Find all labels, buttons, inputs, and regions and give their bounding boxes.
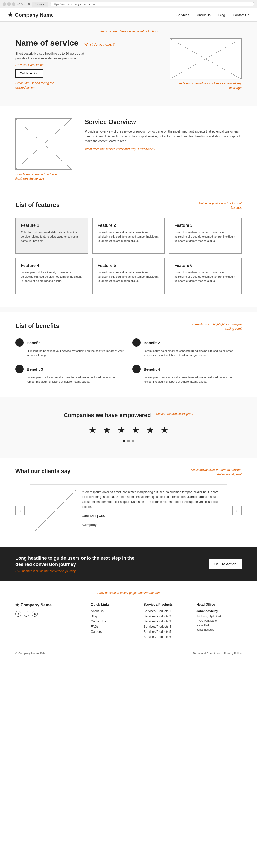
benefit-icon-1 (16, 338, 24, 347)
footer-company-name: Company Name (21, 603, 52, 607)
feature-card-6: Feature 6 Lorem ipsum dolor sit amet, co… (169, 258, 241, 294)
footer-star-icon: ★ (16, 602, 19, 607)
footer-service-4[interactable]: Services/Products 4 (144, 625, 171, 628)
browser-close[interactable] (3, 2, 6, 6)
benefit-item-3: Benefit 3 Lorem ipsum dolor sit amet, co… (16, 365, 125, 384)
privacy-link[interactable]: Privacy Policy (224, 652, 241, 655)
hero-what-label: What do you offer? (84, 42, 114, 46)
hero-left: Name of service What do you offer? Short… (16, 38, 159, 90)
back-btn[interactable]: ◁ (18, 2, 20, 6)
benefit-desc-2: Lorem ipsum dolor sit amet, consectetur … (132, 349, 241, 357)
companies-label: Service-related social proof (156, 412, 193, 416)
carousel-dot-3[interactable] (132, 440, 135, 442)
features-grid: Feature 1 This description should elabor… (16, 218, 241, 294)
benefit-desc-3: Lorem ipsum dolor sit amet, consectetur … (16, 375, 125, 384)
features-value-label: Value proposition in the form of feature… (190, 202, 241, 210)
hero-guide-label: Guide the user on taking the desired act… (16, 81, 62, 90)
carousel-dot-2[interactable] (127, 440, 130, 442)
footer-service-1[interactable]: Services/Products 1 (144, 610, 171, 613)
cta-banner-button[interactable]: Call To Action (209, 559, 241, 569)
nav-about[interactable]: About Us (197, 13, 210, 17)
footer-quicklink-1[interactable]: About Us (91, 610, 103, 613)
company-star-1: ★ (88, 425, 97, 436)
footer-quicklink-3[interactable]: Contact Us (91, 620, 106, 623)
nav-services[interactable]: Services (176, 13, 189, 17)
testimonials-header: What our clients say Additional/alternat… (16, 468, 241, 477)
hero-brand-label: Brand-centric visualisation of service-r… (170, 82, 241, 90)
footer-headoffice: Head Office Johannesburg 1st Floor, Hyde… (196, 602, 241, 640)
testimonial-carousel: ‹ "Lorem ipsum dolor sit amet, consectet… (16, 484, 241, 537)
overview-placeholder (16, 119, 72, 169)
cta-sublabel: CTA banner to guide the conversion journ… (16, 569, 144, 573)
home-btn[interactable]: ✕ (28, 2, 30, 6)
facebook-icon[interactable]: f (16, 611, 21, 617)
carousel-prev-button[interactable]: ‹ (16, 506, 25, 516)
feature-name-3: Feature 3 (174, 223, 236, 228)
forward-btn[interactable]: ▷ (21, 2, 23, 6)
hero-how-label: How you'll add value (16, 63, 159, 67)
nav-blog[interactable]: Blog (219, 13, 225, 17)
copyright: © Company Name 2024 (16, 652, 46, 655)
footer-quicklink-2[interactable]: Blog (91, 615, 97, 618)
feature-desc-3: Lorem ipsum dolor sit amet, consectetur … (174, 230, 236, 243)
company-star-6: ★ (160, 425, 169, 436)
reload-btn[interactable]: ↻ (24, 2, 27, 6)
testimonials-section: What our clients say Additional/alternat… (0, 458, 257, 547)
testimonial-image (35, 490, 76, 531)
testimonial-placeholder (35, 490, 76, 531)
footer-quicklink-4[interactable]: FAQs (91, 625, 98, 628)
hero-right: Brand-centric visualisation of service-r… (170, 38, 241, 90)
overview-inner: Brand-centric image that helps illustrat… (16, 118, 241, 181)
benefits-grid: Benefit 1 Highlight the benefit of your … (16, 338, 241, 384)
companies-stars: ★★★★★★ (16, 425, 241, 436)
instagram-icon[interactable]: ⊙ (24, 611, 29, 617)
companies-header: Companies we have empowered Service-rela… (16, 412, 241, 418)
feature-card-2: Feature 2 Lorem ipsum dolor sit amet, co… (92, 218, 165, 254)
browser-bar: ◁ ▷ ↻ ✕ Service https://www.companyservi… (0, 0, 257, 8)
cta-headline: Long headline to guide users onto the ne… (16, 555, 144, 568)
footer-bottom: © Company Name 2024 Terms and Conditions… (16, 648, 241, 655)
feature-desc-1: This description should elaborate on how… (21, 230, 83, 243)
footer-service-6[interactable]: Services/Products 6 (144, 635, 171, 639)
testimonial-quote: "Lorem ipsum dolor sit amet, consectetur… (83, 490, 222, 509)
benefit-header-4: Benefit 4 (132, 365, 241, 373)
footer-legal-links: Terms and Conditions Privacy Policy (193, 652, 241, 655)
feature-name-5: Feature 5 (98, 263, 160, 268)
overview-question: What does the service entail and why is … (85, 147, 241, 151)
footer-headoffice-title: Head Office (196, 602, 241, 606)
hero-subtitle: Short descriptive sub-headline up to 20 … (16, 51, 87, 61)
linkedin-icon[interactable]: in (32, 611, 37, 617)
testimonial-content: "Lorem ipsum dolor sit amet, consectetur… (30, 484, 227, 537)
footer-quicklink-5[interactable]: Careers (91, 630, 102, 633)
feature-name-2: Feature 2 (98, 223, 160, 228)
features-section: List of features Value proposition in th… (0, 194, 257, 307)
terms-link[interactable]: Terms and Conditions (193, 652, 220, 655)
feature-desc-6: Lorem ipsum dolor sit amet, consectetur … (174, 271, 236, 283)
carousel-dot-1[interactable] (122, 440, 125, 442)
browser-maximize[interactable] (12, 2, 16, 6)
feature-name-4: Feature 4 (21, 263, 83, 268)
hero-cta-button[interactable]: Call To Action (16, 69, 43, 78)
browser-url[interactable]: https://www.companyservice.com (50, 2, 254, 6)
nav-contact[interactable]: Contact Us (233, 13, 249, 17)
feature-card-5: Feature 5 Lorem ipsum dolor sit amet, co… (92, 258, 165, 294)
benefit-item-4: Benefit 4 Lorem ipsum dolor sit amet, co… (132, 365, 241, 384)
features-title: List of features (16, 202, 60, 209)
hero-title: Name of service (16, 38, 78, 48)
overview-title: Service Overview (85, 118, 241, 126)
nav-logo: ★ Company Name (8, 11, 176, 18)
overview-left: Brand-centric image that helps illustrat… (16, 118, 72, 181)
benefit-name-1: Benefit 1 (27, 341, 43, 345)
company-star-4: ★ (132, 425, 140, 436)
company-name: Company Name (15, 12, 54, 18)
overview-text: Provide an overview of the service or pr… (85, 129, 241, 144)
footer-service-2[interactable]: Services/Products 2 (144, 615, 171, 618)
footer-service-3[interactable]: Services/Products 3 (144, 620, 171, 623)
overview-right: Service Overview Provide an overview of … (85, 118, 241, 153)
testimonials-title: What our clients say (16, 468, 70, 474)
footer-service-5[interactable]: Services/Products 5 (144, 630, 171, 633)
benefit-header-3: Benefit 3 (16, 365, 125, 373)
browser-minimize[interactable] (7, 2, 11, 6)
footer-quicklinks-title: Quick Links (91, 602, 136, 606)
carousel-next-button[interactable]: › (232, 506, 241, 516)
